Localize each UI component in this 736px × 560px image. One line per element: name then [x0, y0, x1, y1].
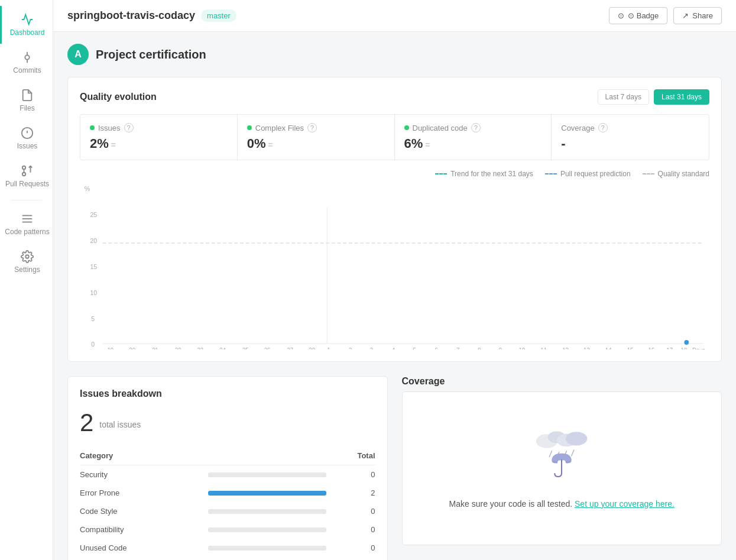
total-col-header: Total — [326, 446, 375, 465]
bar-cell — [208, 502, 326, 520]
svg-text:7: 7 — [456, 347, 459, 349]
files-icon — [21, 89, 34, 102]
category-name: Code Style — [80, 502, 208, 520]
svg-text:9: 9 — [499, 347, 502, 349]
bar-cell — [208, 539, 326, 557]
table-row: Code Style 0 — [80, 502, 375, 520]
svg-point-54 — [684, 340, 689, 345]
sidebar-item-label: Settings — [14, 266, 40, 274]
issues-dot — [90, 125, 95, 130]
svg-text:10: 10 — [90, 289, 97, 296]
svg-text:5: 5 — [91, 315, 95, 322]
cert-avatar: A — [67, 44, 89, 65]
badge-icon: ⊙ — [618, 11, 624, 20]
bar-fill — [208, 491, 326, 496]
svg-point-7 — [22, 173, 26, 176]
svg-text:3: 3 — [370, 347, 374, 349]
sidebar-item-label: Files — [20, 104, 34, 112]
svg-text:11: 11 — [540, 347, 547, 349]
metric-cov-value: - — [561, 136, 699, 151]
svg-text:17: 17 — [666, 347, 673, 349]
sidebar-item-dashboard[interactable]: Dashboard — [0, 6, 53, 44]
metric-cov-label: Coverage ? — [561, 123, 699, 132]
sidebar-item-commits[interactable]: Commits — [0, 44, 53, 82]
svg-text:0: 0 — [91, 341, 95, 348]
header-actions: ⊙ ⊙ Badge ↗ Share — [609, 7, 722, 24]
bar-background — [208, 472, 326, 477]
coverage-description: Make sure your code is all tested. Set u… — [449, 497, 675, 510]
issues-breakdown-card: Issues breakdown 2 total issues Category… — [67, 376, 388, 560]
metric-complex-files: Complex Files ? 0%= — [238, 115, 395, 160]
sidebar-item-label: Dashboard — [10, 28, 45, 37]
total-issues-count: 2 — [80, 409, 93, 436]
time-filters: Last 7 days Last 31 days — [598, 89, 709, 105]
coverage-card: Make sure your code is all tested. Set u… — [402, 391, 722, 545]
share-button[interactable]: ↗ Share — [673, 7, 722, 24]
svg-point-13 — [25, 255, 29, 258]
badge-button[interactable]: ⊙ ⊙ Badge — [609, 7, 667, 24]
svg-text:15: 15 — [90, 263, 97, 270]
issues-table: Category Total Security 0 Error Prone 2 — [80, 446, 375, 557]
quality-card-header: Quality evolution Last 7 days Last 31 da… — [80, 89, 709, 105]
svg-text:27: 27 — [287, 347, 293, 349]
category-total: 2 — [326, 484, 375, 502]
complex-dot — [247, 125, 252, 130]
last-7-days-button[interactable]: Last 7 days — [598, 89, 649, 105]
issues-breakdown-header: Issues breakdown — [80, 389, 375, 399]
issues-help-icon[interactable]: ? — [124, 123, 134, 132]
sidebar-item-label: Issues — [17, 142, 38, 150]
svg-text:25: 25 — [242, 347, 249, 349]
dup-help-icon[interactable]: ? — [471, 123, 481, 132]
metric-complex-value: 0%= — [247, 136, 385, 151]
cert-title: Project certification — [96, 48, 206, 61]
svg-text:5: 5 — [413, 347, 416, 349]
chart-area: 0 5 10 15 20 25 % 19 20 21 22 23 — [80, 184, 709, 349]
svg-point-6 — [22, 166, 26, 170]
sidebar-item-files[interactable]: Files — [0, 82, 53, 119]
page-content: A Project certification Quality evolutio… — [53, 32, 736, 560]
svg-text:25: 25 — [90, 211, 97, 218]
cov-help-icon[interactable]: ? — [598, 123, 608, 132]
svg-line-62 — [572, 450, 574, 456]
repo-title: springboot-travis-codacy — [67, 9, 195, 22]
branch-badge[interactable]: master — [201, 9, 236, 22]
sidebar-item-label: Code patterns — [5, 228, 49, 236]
category-total: 0 — [326, 520, 375, 539]
svg-text:4: 4 — [392, 347, 395, 349]
commits-icon — [21, 51, 34, 64]
legend-pr: Pull request prediction — [545, 170, 631, 178]
table-row: Security 0 — [80, 465, 375, 484]
metrics-row: Issues ? 2%= Complex Files ? 0%= — [80, 114, 709, 160]
share-icon: ↗ — [682, 11, 689, 20]
main-content: springboot-travis-codacy master ⊙ ⊙ Badg… — [53, 0, 736, 560]
issues-breakdown-title: Issues breakdown — [80, 389, 162, 399]
svg-text:26: 26 — [264, 347, 271, 349]
svg-text:14: 14 — [605, 347, 612, 349]
bar-background — [208, 491, 326, 496]
sidebar-item-pull-requests[interactable]: Pull Requests — [0, 157, 53, 195]
svg-text:8: 8 — [478, 347, 481, 349]
coverage-setup-link[interactable]: Set up your coverage here. — [575, 499, 675, 509]
sidebar-item-settings[interactable]: Settings — [0, 243, 53, 281]
metric-duplicated: Duplicated code ? 6%= — [395, 115, 552, 160]
sidebar-item-issues[interactable]: Issues — [0, 119, 53, 157]
dup-dot — [404, 125, 409, 130]
complex-help-icon[interactable]: ? — [307, 123, 317, 132]
svg-text:23: 23 — [197, 347, 203, 349]
sidebar-divider — [11, 200, 42, 200]
bar-col-header — [208, 446, 326, 465]
sidebar-item-label: Pull Requests — [5, 180, 49, 188]
project-certification: A Project certification — [67, 44, 722, 65]
metric-issues-label: Issues ? — [90, 123, 228, 132]
bar-cell — [208, 520, 326, 539]
table-row: Unused Code 0 — [80, 539, 375, 557]
dashboard-icon — [21, 13, 34, 26]
last-31-days-button[interactable]: Last 31 days — [654, 89, 709, 105]
category-name: Error Prone — [80, 484, 208, 502]
svg-text:12: 12 — [562, 347, 569, 349]
metric-issues: Issues ? 2%= — [80, 115, 238, 160]
table-row: Error Prone 2 — [80, 484, 375, 502]
code-patterns-icon — [21, 212, 34, 225]
bar-background — [208, 509, 326, 514]
sidebar-item-code-patterns[interactable]: Code patterns — [0, 205, 53, 243]
